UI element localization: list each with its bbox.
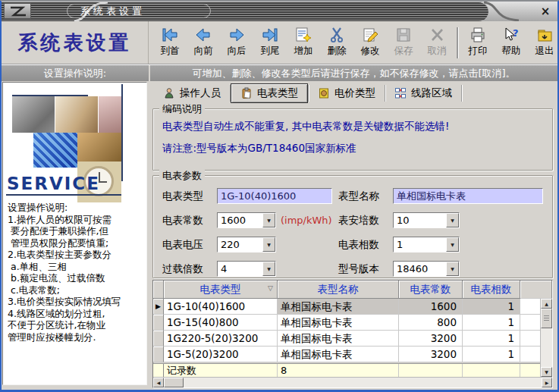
cell-meter-type[interactable]: 1G220-5(20)3200: [164, 331, 278, 347]
grid-header-phases[interactable]: 电表相数: [463, 281, 520, 299]
tab-label: 电表类型: [257, 86, 298, 100]
tab-label: 电价类型: [334, 86, 375, 100]
table-row[interactable]: 1G-15(40)800 单相国标电卡表 800 1: [153, 315, 552, 331]
help-icon: ?: [502, 25, 520, 45]
cell-phases[interactable]: 1: [463, 315, 520, 331]
scroll-left-icon[interactable]: ◀: [153, 378, 164, 387]
cell-constant[interactable]: 1600: [399, 299, 463, 315]
cell-meter-type[interactable]: 1G-15(40)800: [164, 315, 278, 331]
amperage-label: 表安培数: [338, 212, 379, 228]
exit-button[interactable]: 退出: [528, 23, 559, 63]
vertical-scrollbar[interactable]: ▲ ▼: [540, 299, 552, 377]
cell-constant[interactable]: 800: [399, 315, 463, 331]
print-button[interactable]: 打印: [461, 23, 495, 63]
delete-record-button[interactable]: 删除: [320, 23, 353, 63]
close-button[interactable]: ×: [539, 4, 552, 18]
voltage-value: 220: [221, 237, 262, 252]
chevron-down-icon[interactable]: ▼: [446, 237, 459, 252]
photo-pen: [55, 96, 98, 133]
amperage-select[interactable]: 10 ▼: [393, 212, 460, 228]
last-record-button[interactable]: 到尾: [253, 23, 287, 63]
column-header-label: 表型名称: [318, 283, 359, 296]
horizontal-scroll-thumb[interactable]: [164, 378, 184, 387]
meter-constant-label: 电表常数: [162, 212, 203, 228]
tab-line-regions[interactable]: 线路区域: [385, 83, 461, 103]
phases-label: 电表相数: [338, 237, 379, 252]
chevron-down-icon[interactable]: ▼: [262, 262, 275, 276]
cell-model-name[interactable]: 单相国标电卡表: [278, 299, 399, 315]
page-title: 系统表设置: [2, 21, 149, 64]
grid-header-meter-type[interactable]: 电表类型 ▽: [164, 281, 278, 299]
voltage-select[interactable]: 220 ▼: [217, 237, 276, 252]
cell-phases[interactable]: 1: [463, 347, 520, 362]
scroll-right-icon[interactable]: ▶: [542, 378, 552, 387]
grid-header-row: 电表类型 ▽ 表型名称 电表常数 电表相数: [153, 281, 552, 299]
thumb-grip: [544, 315, 549, 322]
add-record-button[interactable]: 增加: [287, 23, 320, 63]
overload-label: 过载倍数: [162, 261, 203, 277]
table-row[interactable]: 1G-5(20)3200 单相国标电卡表 3200 1: [153, 347, 552, 362]
cell-model-name[interactable]: 单相国标电卡表: [278, 331, 399, 347]
row-indicator: [153, 315, 164, 331]
phases-select[interactable]: 1 ▼: [393, 237, 460, 252]
meter-type-input[interactable]: [217, 188, 332, 204]
sidebar-header: 设置操作说明:: [2, 65, 149, 81]
content-panel: 操作人员 电表类型 电价类型 线路区域 编码说明 电表类型自动生成不能重复, 其…: [149, 81, 556, 388]
grid-header-constant[interactable]: 电表常数: [399, 281, 463, 299]
meter-constant-select[interactable]: 1600 ▼: [217, 212, 276, 228]
cell-meter-type[interactable]: 1G-10(40)1600: [164, 299, 278, 315]
chevron-down-icon[interactable]: ▼: [262, 213, 275, 227]
cell-constant[interactable]: 3200: [399, 331, 463, 347]
last-record-icon: [261, 25, 279, 45]
toolbar-button-label: 删除: [328, 45, 347, 57]
column-header-label: 电表类型: [200, 283, 241, 296]
window-title: 系统表设置: [80, 2, 145, 21]
first-record-button[interactable]: 到首: [153, 23, 187, 63]
table-row[interactable]: ▶ 1G-10(40)1600 单相国标电卡表 1600 1: [153, 299, 552, 315]
chevron-down-icon[interactable]: ▼: [446, 262, 459, 276]
cell-model-name[interactable]: 单相国标电卡表: [278, 347, 399, 362]
next-record-button[interactable]: 向后: [220, 23, 253, 63]
table-row[interactable]: 1G220-5(20)3200 单相国标电卡表 3200 1: [153, 331, 552, 347]
overload-select[interactable]: 4 ▼: [217, 261, 276, 277]
info-bar: 可增加、删除、修改各类型后请进行保存，如不保存修改，请点击[取消]。: [150, 65, 557, 81]
cell-phases[interactable]: 1: [463, 331, 520, 347]
toolbar-button-label: 退出: [535, 45, 554, 57]
help-button[interactable]: ? 帮助: [495, 23, 528, 63]
coding-note-2: 请注意:型号版本为GB/T18460国家新标准: [162, 142, 356, 155]
cell-constant[interactable]: 3200: [399, 347, 463, 362]
version-select[interactable]: 18460 ▼: [393, 261, 460, 277]
vertical-scroll-thumb[interactable]: [541, 309, 552, 328]
app-logo: [4, 3, 31, 19]
model-name-input[interactable]: [393, 188, 543, 204]
model-name-label: 表型名称: [338, 188, 379, 204]
chevron-down-icon[interactable]: ▼: [446, 213, 459, 227]
row-indicator: [153, 331, 164, 347]
cell-meter-type[interactable]: 1G-5(20)3200: [164, 347, 278, 362]
service-logo-text: SERVICE: [7, 174, 100, 193]
save-button[interactable]: 保存: [387, 23, 420, 63]
cancel-button[interactable]: 取消: [420, 23, 454, 63]
scroll-up-icon[interactable]: ▲: [541, 299, 552, 309]
cell-phases[interactable]: 1: [463, 299, 520, 315]
cell-model-name[interactable]: 单相国标电卡表: [278, 315, 399, 331]
edit-record-button[interactable]: 修改: [353, 23, 387, 63]
scroll-down-icon[interactable]: ▼: [541, 367, 552, 377]
tab-price-types[interactable]: 电价类型: [309, 83, 385, 103]
titlebar-swoosh-right: [479, 2, 525, 21]
grid-header-model-name[interactable]: 表型名称: [278, 281, 399, 299]
save-icon: [394, 25, 413, 45]
tab-label: 操作人员: [180, 86, 221, 100]
sort-indicator-icon: ▽: [268, 284, 273, 292]
toolbar-button-label: 到尾: [261, 45, 280, 57]
tab-meter-types[interactable]: 电表类型: [231, 83, 308, 103]
tab-operators[interactable]: 操作人员: [154, 83, 230, 103]
prev-record-button[interactable]: 向前: [187, 23, 220, 63]
chevron-down-icon[interactable]: ▼: [262, 237, 275, 252]
horizontal-scrollbar[interactable]: ◀ ▶: [153, 377, 552, 387]
version-value: 18460: [397, 262, 445, 276]
svg-text:?: ?: [513, 27, 519, 39]
exit-icon: [535, 25, 554, 45]
toolbar-button-label: 帮助: [502, 45, 521, 57]
meter-params-group: 电表参数 电表类型 表型名称 电表常数 1600 ▼ (imp/kWh) 表安培…: [152, 175, 553, 278]
